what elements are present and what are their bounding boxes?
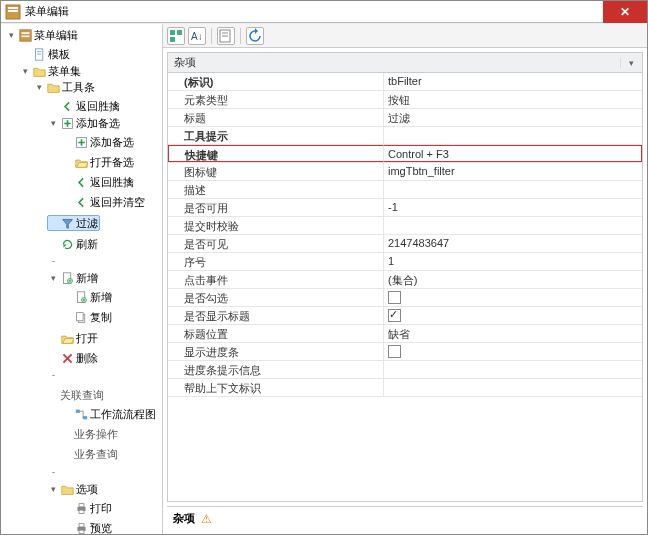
tree-item[interactable]: 业务查询: [61, 447, 120, 461]
folder-icon: [60, 482, 74, 496]
property-row[interactable]: 快捷键Control + F3: [168, 145, 642, 163]
reset-button[interactable]: [246, 27, 264, 45]
property-row[interactable]: 是否可见2147483647: [168, 235, 642, 253]
property-value[interactable]: 2147483647: [384, 235, 642, 252]
caret-icon: ▾: [7, 28, 16, 42]
property-value[interactable]: 1: [384, 253, 642, 270]
property-value[interactable]: imgTbtn_filter: [384, 163, 642, 180]
property-row[interactable]: 提交时校验: [168, 217, 642, 235]
property-value[interactable]: [384, 289, 642, 306]
property-value[interactable]: 缺省: [384, 325, 642, 342]
property-row[interactable]: 标题过滤: [168, 109, 642, 127]
svg-rect-71: [177, 30, 182, 35]
tree-item[interactable]: 返回胜擒: [47, 99, 122, 113]
property-grid[interactable]: 杂项 ▾ (标识)tbFilter元素类型按钮标题过滤工具提示快捷键Contro…: [167, 52, 643, 502]
tree-item[interactable]: 业务操作: [61, 427, 120, 441]
categorized-button[interactable]: [167, 27, 185, 45]
property-value[interactable]: 过滤: [384, 109, 642, 126]
tree-item[interactable]: ▾ 新增: [47, 271, 100, 285]
tree-item[interactable]: 返回胜擒: [61, 175, 136, 189]
property-row[interactable]: (标识)tbFilter: [168, 73, 642, 91]
property-value[interactable]: [384, 127, 642, 144]
property-row[interactable]: 点击事件(集合): [168, 271, 642, 289]
tree-item[interactable]: 返回并清空: [61, 195, 147, 209]
property-value[interactable]: Control + F3: [384, 145, 642, 162]
property-row[interactable]: 是否可用-1: [168, 199, 642, 217]
property-row[interactable]: 是否勾选: [168, 289, 642, 307]
property-value[interactable]: [384, 307, 642, 324]
property-name: 标题: [168, 109, 384, 126]
copy-icon: [74, 310, 88, 324]
property-row[interactable]: 序号1: [168, 253, 642, 271]
property-row[interactable]: 标题位置缺省: [168, 325, 642, 343]
grid-dropdown-icon[interactable]: ▾: [620, 58, 642, 68]
tree-item[interactable]: 过滤: [47, 215, 100, 231]
tree-item-label: 添加备选: [76, 116, 120, 130]
property-row[interactable]: 工具提示: [168, 127, 642, 145]
tree-item[interactable]: 复制: [61, 310, 114, 324]
property-row[interactable]: 元素类型按钮: [168, 91, 642, 109]
svg-rect-17: [75, 409, 79, 412]
property-value[interactable]: -1: [384, 199, 642, 216]
right-panel: A↓ 杂项 ▾ (标识)tbFilter元素类型按钮标题过滤工具提示快捷键Con…: [163, 24, 647, 534]
tree-item-label: 删除: [76, 351, 98, 365]
tree-item[interactable]: 删除: [47, 351, 100, 365]
svg-rect-18: [83, 416, 87, 419]
property-value[interactable]: [384, 217, 642, 234]
svg-rect-4: [21, 32, 29, 34]
tree-item[interactable]: 新增: [61, 290, 114, 304]
tree-item[interactable]: 工作流流程图: [61, 407, 158, 421]
tree-item[interactable]: ▾ 添加备选: [47, 116, 122, 130]
property-row[interactable]: 是否显示标题: [168, 307, 642, 325]
tree-item[interactable]: ▾ 工具条: [33, 80, 97, 94]
window-title: 菜单编辑: [25, 4, 603, 19]
tree-item-label: 复制: [90, 310, 112, 324]
property-value[interactable]: tbFilter: [384, 73, 642, 90]
folder-icon: [46, 80, 60, 94]
tree-item[interactable]: 添加备选: [61, 135, 136, 149]
property-value[interactable]: [384, 361, 642, 378]
property-value[interactable]: [384, 181, 642, 198]
tree-item-label: 过滤: [76, 216, 98, 230]
property-row[interactable]: 帮助上下文标识: [168, 379, 642, 397]
svg-rect-70: [170, 30, 175, 35]
tree-item-label: 打开: [76, 331, 98, 345]
tree-item-label: 打印: [90, 501, 112, 515]
tree-item[interactable]: ▾ 选项: [47, 482, 100, 496]
tree-item[interactable]: 刷新: [47, 237, 100, 251]
property-row[interactable]: 图标键imgTbtn_filter: [168, 163, 642, 181]
property-row[interactable]: 描述: [168, 181, 642, 199]
checkbox[interactable]: [388, 309, 401, 322]
tree-item[interactable]: 打印: [61, 501, 114, 515]
tree-item[interactable]: ▾ 菜单集: [19, 64, 83, 78]
tree-item[interactable]: 打开: [47, 331, 100, 345]
tree-item[interactable]: 打开备选: [61, 155, 136, 169]
tree-item-label: 返回并清空: [90, 195, 145, 209]
back-icon: [74, 195, 88, 209]
tree-item[interactable]: ▾ 菜单编辑: [5, 28, 80, 42]
checkbox[interactable]: [388, 345, 401, 358]
alphabetical-button[interactable]: A↓: [188, 27, 206, 45]
grid-category-title: 杂项: [168, 53, 620, 72]
property-row[interactable]: 显示进度条: [168, 343, 642, 361]
tree-item[interactable]: 模板: [19, 47, 72, 61]
main-split: ▾ 菜单编辑 模板 ▾ 菜单集 ▾ 工具条 返回胜擒 ▾ 添加备选 添加备选 打…: [1, 23, 647, 534]
grid-header[interactable]: 杂项 ▾: [168, 53, 642, 73]
property-value[interactable]: (集合): [384, 271, 642, 288]
tree-item-label: 预览: [90, 521, 112, 534]
page-icon: [32, 47, 46, 61]
property-value[interactable]: 按钮: [384, 91, 642, 108]
property-value[interactable]: [384, 379, 642, 396]
close-button[interactable]: ✕: [603, 1, 647, 23]
property-row[interactable]: 进度条提示信息: [168, 361, 642, 379]
property-pages-button[interactable]: [217, 27, 235, 45]
titlebar: 菜单编辑 ✕: [1, 1, 647, 23]
menu-tree[interactable]: ▾ 菜单编辑 模板 ▾ 菜单集 ▾ 工具条 返回胜擒 ▾ 添加备选 添加备选 打…: [3, 26, 160, 534]
checkbox[interactable]: [388, 291, 401, 304]
workflow-icon: [74, 407, 88, 421]
property-name: 描述: [168, 181, 384, 198]
description-title: 杂项: [173, 511, 195, 526]
svg-rect-24: [79, 530, 84, 533]
tree-item[interactable]: 预览: [61, 521, 114, 534]
property-value[interactable]: [384, 343, 642, 360]
